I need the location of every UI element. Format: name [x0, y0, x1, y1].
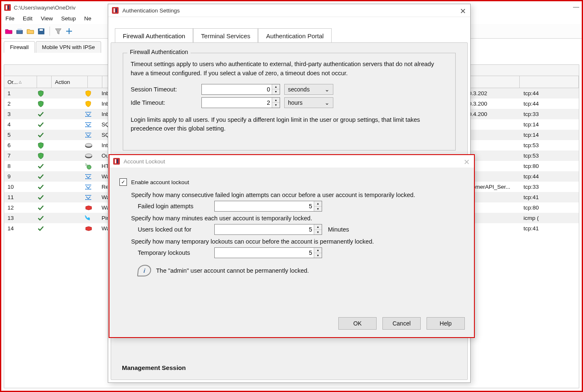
- column-header-e[interactable]: e: [463, 67, 526, 74]
- svg-rect-69: [88, 199, 89, 200]
- row-port: tcp:80: [520, 163, 579, 169]
- tab-firewall-auth[interactable]: Firewall Authentication: [115, 28, 193, 43]
- auth-app-icon: [112, 7, 119, 14]
- svg-rect-20: [89, 122, 90, 123]
- svg-rect-57: [85, 189, 86, 190]
- menu-ne[interactable]: Ne: [84, 15, 91, 22]
- svg-rect-28: [87, 133, 87, 133]
- svg-rect-51: [90, 178, 91, 179]
- idle-timeout-input[interactable]: ▲▼: [201, 97, 280, 108]
- svg-rect-47: [85, 178, 86, 179]
- status-icon: [37, 184, 46, 190]
- session-timeout-value[interactable]: [202, 84, 272, 94]
- column-header-order[interactable]: Or...△: [4, 76, 37, 88]
- ok-button[interactable]: OK: [338, 317, 377, 330]
- svg-rect-42: [85, 174, 86, 175]
- type-icon: [82, 122, 98, 128]
- svg-rect-63: [87, 195, 87, 196]
- filter-icon[interactable]: [54, 27, 62, 35]
- type-icon: [82, 184, 98, 190]
- tab-firewall[interactable]: Firewall: [4, 41, 35, 53]
- locked-minutes-input[interactable]: ▲▼: [214, 224, 322, 235]
- idle-timeout-value[interactable]: [202, 98, 272, 108]
- session-timeout-spinner[interactable]: ▲▼: [272, 84, 280, 94]
- failed-attempts-input[interactable]: ▲▼: [214, 201, 322, 212]
- type-icon: [82, 132, 98, 138]
- idle-timeout-row: Idle Timeout: ▲▼ hours⌄: [131, 97, 448, 108]
- svg-rect-3: [17, 30, 22, 34]
- failed-attempts-description: Specify how many consecutive failed logi…: [131, 192, 464, 198]
- temp-lockouts-row: Temporary lockouts ▲▼: [138, 247, 464, 258]
- type-icon: [82, 143, 98, 148]
- cancel-button[interactable]: Cancel: [382, 317, 421, 330]
- system-buttons: —: [573, 3, 579, 10]
- lockout-app-icon: [113, 158, 120, 165]
- sort-indicator-icon: △: [19, 80, 22, 84]
- column-header-port[interactable]: [520, 76, 579, 88]
- enable-lockout-row[interactable]: ✓ Enable account lockout: [119, 178, 464, 186]
- menu-edit[interactable]: Edit: [23, 15, 32, 22]
- menu-view[interactable]: View: [41, 15, 53, 22]
- row-order: 12: [4, 205, 37, 211]
- column-header-action[interactable]: Action: [52, 76, 88, 88]
- svg-rect-70: [89, 199, 90, 200]
- svg-rect-0: [4, 4, 11, 11]
- open-red-folder-icon[interactable]: [5, 27, 13, 35]
- close-icon[interactable]: ✕: [464, 158, 470, 167]
- failed-attempts-spinner[interactable]: ▲▼: [314, 201, 322, 211]
- row-port: tcp:14: [520, 132, 579, 138]
- close-icon[interactable]: ✕: [460, 7, 466, 16]
- column-header-type-icon[interactable]: [88, 76, 102, 88]
- failed-attempts-value[interactable]: [215, 201, 314, 211]
- svg-point-41: [87, 165, 91, 169]
- locked-minutes-value[interactable]: [215, 224, 314, 234]
- svg-rect-75: [116, 8, 117, 12]
- row-port: tcp:53: [520, 142, 579, 148]
- main-window-title: C:\Users\wayne\OneDriv: [14, 5, 76, 11]
- svg-rect-49: [88, 178, 89, 179]
- menu-setup[interactable]: Setup: [61, 15, 76, 22]
- enable-lockout-checkbox[interactable]: ✓: [119, 178, 127, 186]
- session-timeout-row: Session Timeout: ▲▼ seconds⌄: [131, 84, 448, 95]
- row-port: tcp:53: [520, 153, 579, 159]
- tab-auth-portal[interactable]: Authentication Portal: [258, 28, 331, 43]
- type-icon: [82, 163, 98, 170]
- lockout-title-text: Account Lockout: [124, 158, 165, 165]
- row-port: tcp:41: [520, 225, 579, 232]
- minimize-button[interactable]: —: [573, 3, 579, 10]
- status-icon: [37, 101, 46, 107]
- failed-attempts-label: Failed login attempts: [138, 203, 208, 210]
- temp-lockouts-value[interactable]: [215, 248, 314, 258]
- idle-timeout-unit-select[interactable]: hours⌄: [284, 97, 333, 108]
- column-header-status-icon[interactable]: [37, 76, 52, 88]
- type-icon: [82, 90, 98, 97]
- session-timeout-input[interactable]: ▲▼: [201, 84, 280, 95]
- locked-minutes-spinner[interactable]: ▲▼: [314, 224, 322, 234]
- failed-attempts-row: Failed login attempts ▲▼: [138, 201, 464, 212]
- menu-file[interactable]: File: [5, 15, 15, 22]
- add-icon[interactable]: [65, 27, 73, 35]
- save-device-icon[interactable]: [15, 27, 24, 35]
- status-icon: [37, 215, 46, 222]
- svg-rect-43: [87, 174, 87, 175]
- row-order: 4: [4, 121, 37, 128]
- svg-rect-27: [85, 133, 86, 133]
- help-button[interactable]: Help: [427, 317, 465, 330]
- row-order: 10: [4, 184, 37, 190]
- type-icon: [82, 195, 98, 200]
- save-floppy-icon[interactable]: [37, 27, 45, 35]
- session-timeout-label: Session Timeout:: [131, 86, 197, 93]
- temp-lockouts-input[interactable]: ▲▼: [214, 247, 322, 258]
- svg-rect-48: [87, 178, 87, 179]
- svg-rect-2: [8, 5, 9, 10]
- svg-rect-7: [85, 112, 86, 113]
- tab-terminal-services[interactable]: Terminal Services: [193, 28, 258, 43]
- idle-timeout-spinner[interactable]: ▲▼: [272, 98, 280, 108]
- svg-rect-9: [88, 112, 89, 113]
- session-timeout-unit-select[interactable]: seconds⌄: [284, 84, 333, 95]
- tab-mobile-vpn[interactable]: Mobile VPN with IPSe: [36, 41, 101, 53]
- svg-rect-66: [90, 195, 91, 196]
- svg-rect-46: [90, 174, 91, 175]
- temp-lockouts-spinner[interactable]: ▲▼: [314, 248, 322, 258]
- open-folder-icon[interactable]: [26, 27, 35, 35]
